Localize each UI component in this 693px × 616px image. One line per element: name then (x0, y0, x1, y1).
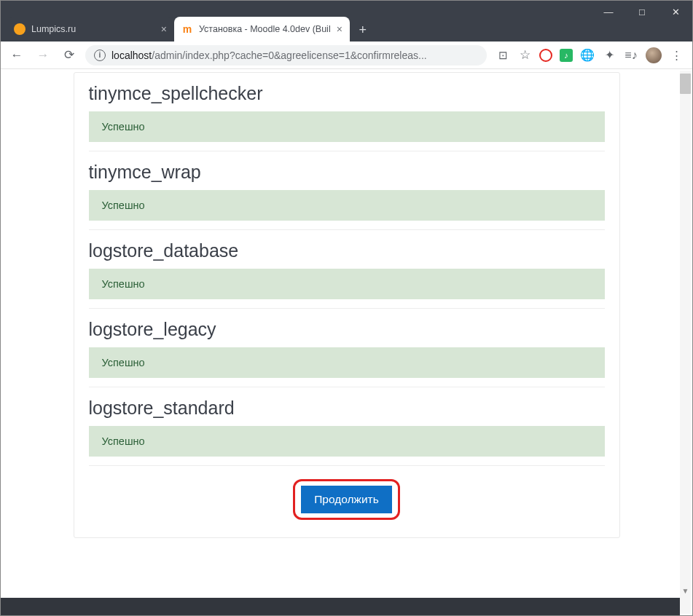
extensions-icon[interactable]: ✦ (602, 48, 616, 63)
plugin-block: tinymce_wrap Успешно (89, 151, 605, 230)
close-icon[interactable]: × (337, 23, 342, 35)
toolbar-icons: ⊡ ☆ ♪ 🌐 ✦ ≡♪ ⋮ (493, 47, 686, 63)
forward-button[interactable]: → (33, 45, 53, 66)
status-success: Успешно (89, 347, 605, 378)
scrollbar-thumb[interactable] (680, 74, 691, 94)
url-text: localhost/admin/index.php?cache=0&agreel… (111, 50, 478, 61)
page-content: tinymce_spellchecker Успешно tinymce_wra… (74, 69, 620, 538)
music-ext-icon[interactable]: ♪ (560, 49, 573, 62)
profile-avatar[interactable] (646, 47, 662, 63)
tab-lumpics[interactable]: Lumpics.ru × (7, 17, 174, 42)
window-close[interactable]: ✕ (659, 1, 692, 23)
url-path: /admin/index.php?cache=0&agreelicense=1&… (152, 50, 426, 61)
status-success: Успешно (89, 426, 605, 457)
status-success: Успешно (89, 269, 605, 299)
plugin-name: logstore_standard (89, 392, 605, 426)
window-controls: — □ ✕ (592, 1, 692, 23)
plugin-name: tinymce_wrap (89, 156, 605, 190)
menu-icon[interactable]: ⋮ (669, 48, 684, 63)
address-bar: ← → ⟳ i localhost/admin/index.php?cache=… (1, 42, 692, 69)
star-icon[interactable]: ☆ (517, 48, 532, 63)
tab-title: Установка - Moodle 4.0dev (Buil (199, 24, 331, 34)
back-button[interactable]: ← (7, 45, 27, 66)
plugin-name: tinymce_spellchecker (89, 77, 605, 111)
reading-list-icon[interactable]: ≡♪ (624, 48, 638, 63)
translate-icon[interactable]: ⊡ (496, 48, 510, 63)
status-success: Успешно (89, 111, 605, 142)
browser-window: — □ ✕ Lumpics.ru × m Установка - Moodle … (0, 0, 693, 616)
tab-strip: Lumpics.ru × m Установка - Moodle 4.0dev… (7, 17, 373, 42)
page-footer-bar (1, 598, 680, 615)
scroll-down-icon[interactable]: ▼ (680, 585, 691, 596)
continue-wrap: Продолжить (89, 466, 605, 520)
tab-title: Lumpics.ru (31, 24, 155, 34)
reload-button[interactable]: ⟳ (59, 45, 79, 66)
tab-moodle-install[interactable]: m Установка - Moodle 4.0dev (Buil × (174, 17, 350, 42)
plugin-block: tinymce_spellchecker Успешно (89, 73, 605, 151)
url-host: localhost (111, 50, 152, 61)
plugin-block: logstore_standard Успешно (89, 387, 605, 466)
url-field[interactable]: i localhost/admin/index.php?cache=0&agre… (85, 45, 487, 66)
scrollbar-track[interactable] (680, 71, 691, 614)
plugin-block: logstore_legacy Успешно (89, 309, 605, 387)
highlight-ring: Продолжить (293, 479, 400, 520)
window-minimize[interactable]: — (592, 1, 625, 23)
window-maximize[interactable]: □ (625, 1, 659, 23)
globe-ext-icon[interactable]: 🌐 (580, 48, 595, 63)
titlebar: — □ ✕ Lumpics.ru × m Установка - Moodle … (1, 1, 692, 42)
plugin-block: logstore_database Успешно (89, 230, 605, 309)
favicon-moodle: m (181, 23, 193, 35)
status-success: Успешно (89, 190, 605, 221)
close-icon[interactable]: × (161, 23, 167, 35)
install-card: tinymce_spellchecker Успешно tinymce_wra… (74, 72, 620, 538)
continue-button[interactable]: Продолжить (301, 486, 392, 513)
page-viewport: ▲ ▼ tinymce_spellchecker Успешно tinymce… (1, 69, 692, 615)
favicon-lumpics (14, 23, 26, 35)
plugin-name: logstore_legacy (89, 313, 605, 347)
site-info-icon[interactable]: i (94, 50, 106, 61)
new-tab-button[interactable]: + (353, 20, 373, 40)
yandex-ext-icon[interactable] (539, 49, 552, 62)
plugin-name: logstore_database (89, 234, 605, 269)
